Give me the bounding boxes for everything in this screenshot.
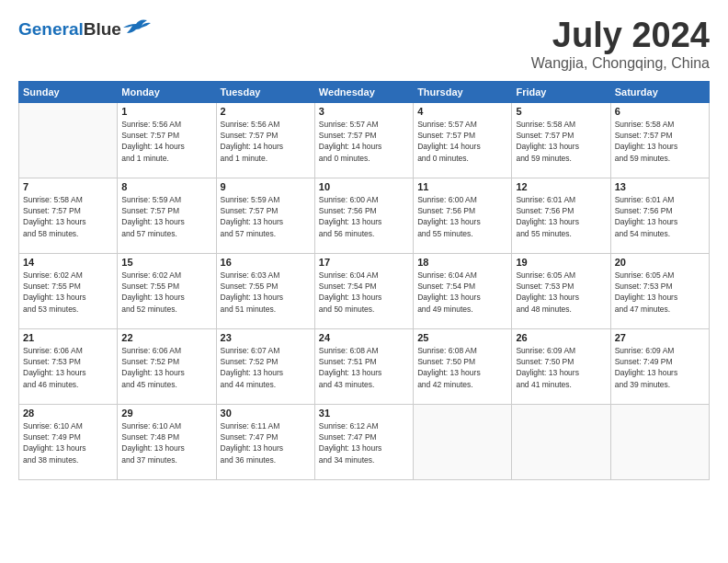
calendar-cell: 13Sunrise: 6:01 AM Sunset: 7:56 PM Dayli… (610, 178, 709, 253)
day-number: 3 (319, 106, 409, 117)
calendar-cell: 20Sunrise: 6:05 AM Sunset: 7:53 PM Dayli… (610, 253, 709, 328)
weekday-saturday: Saturday (610, 81, 709, 102)
day-number: 1 (121, 106, 211, 117)
weekday-thursday: Thursday (414, 81, 512, 102)
day-number: 7 (23, 181, 113, 192)
day-number: 23 (221, 332, 311, 343)
calendar-cell: 12Sunrise: 6:01 AM Sunset: 7:56 PM Dayli… (512, 178, 610, 253)
day-info: Sunrise: 6:09 AM Sunset: 7:49 PM Dayligh… (615, 345, 705, 390)
day-number: 30 (221, 408, 311, 419)
day-number: 24 (319, 332, 409, 343)
calendar-cell: 15Sunrise: 6:02 AM Sunset: 7:55 PM Dayli… (118, 253, 216, 328)
day-info: Sunrise: 6:05 AM Sunset: 7:53 PM Dayligh… (615, 270, 705, 315)
day-number: 31 (319, 408, 409, 419)
weekday-tuesday: Tuesday (216, 81, 314, 102)
calendar-cell: 4Sunrise: 5:57 AM Sunset: 7:57 PM Daylig… (414, 102, 512, 178)
calendar-cell (610, 404, 709, 479)
day-number: 13 (615, 181, 705, 192)
day-info: Sunrise: 5:57 AM Sunset: 7:57 PM Dayligh… (319, 119, 409, 164)
day-number: 26 (516, 332, 606, 343)
day-info: Sunrise: 6:11 AM Sunset: 7:47 PM Dayligh… (221, 420, 311, 465)
calendar-cell: 19Sunrise: 6:05 AM Sunset: 7:53 PM Dayli… (512, 253, 610, 328)
day-info: Sunrise: 6:00 AM Sunset: 7:56 PM Dayligh… (417, 194, 507, 239)
day-info: Sunrise: 6:05 AM Sunset: 7:53 PM Dayligh… (516, 270, 606, 315)
calendar-cell: 3Sunrise: 5:57 AM Sunset: 7:57 PM Daylig… (314, 102, 413, 178)
day-number: 18 (417, 257, 507, 268)
day-info: Sunrise: 6:02 AM Sunset: 7:55 PM Dayligh… (121, 270, 211, 315)
day-number: 10 (319, 181, 409, 192)
calendar-cell (19, 102, 118, 178)
day-info: Sunrise: 6:03 AM Sunset: 7:55 PM Dayligh… (221, 270, 311, 315)
logo: GeneralBlue (18, 17, 151, 40)
day-number: 17 (319, 257, 409, 268)
calendar-cell: 21Sunrise: 6:06 AM Sunset: 7:53 PM Dayli… (19, 328, 118, 404)
calendar-week-3: 14Sunrise: 6:02 AM Sunset: 7:55 PM Dayli… (19, 253, 710, 328)
logo-text: GeneralBlue (18, 20, 121, 38)
calendar-week-5: 28Sunrise: 6:10 AM Sunset: 7:49 PM Dayli… (19, 404, 710, 479)
calendar-cell: 16Sunrise: 6:03 AM Sunset: 7:55 PM Dayli… (216, 253, 314, 328)
day-number: 5 (516, 106, 606, 117)
weekday-friday: Friday (512, 81, 610, 102)
day-info: Sunrise: 5:58 AM Sunset: 7:57 PM Dayligh… (23, 194, 113, 239)
location: Wangjia, Chongqing, China (531, 55, 710, 72)
day-info: Sunrise: 6:04 AM Sunset: 7:54 PM Dayligh… (319, 270, 409, 315)
calendar-cell: 25Sunrise: 6:08 AM Sunset: 7:50 PM Dayli… (414, 328, 512, 404)
calendar-cell: 31Sunrise: 6:12 AM Sunset: 7:47 PM Dayli… (314, 404, 413, 479)
day-info: Sunrise: 6:10 AM Sunset: 7:48 PM Dayligh… (121, 420, 211, 465)
day-info: Sunrise: 6:00 AM Sunset: 7:56 PM Dayligh… (319, 194, 409, 239)
day-number: 14 (23, 257, 113, 268)
day-info: Sunrise: 6:02 AM Sunset: 7:55 PM Dayligh… (23, 270, 113, 315)
day-info: Sunrise: 6:06 AM Sunset: 7:53 PM Dayligh… (23, 345, 113, 390)
day-number: 2 (221, 106, 311, 117)
day-info: Sunrise: 6:06 AM Sunset: 7:52 PM Dayligh… (121, 345, 211, 390)
calendar-cell: 5Sunrise: 5:58 AM Sunset: 7:57 PM Daylig… (512, 102, 610, 178)
day-info: Sunrise: 6:08 AM Sunset: 7:50 PM Dayligh… (417, 345, 507, 390)
day-info: Sunrise: 5:56 AM Sunset: 7:57 PM Dayligh… (121, 119, 211, 164)
calendar-page: GeneralBlue July 2024 Wangjia, Chongqing… (0, 0, 728, 563)
title-block: July 2024 Wangjia, Chongqing, China (531, 17, 710, 72)
calendar-cell: 1Sunrise: 5:56 AM Sunset: 7:57 PM Daylig… (118, 102, 216, 178)
weekday-header-row: SundayMondayTuesdayWednesdayThursdayFrid… (19, 81, 710, 102)
calendar-cell (512, 404, 610, 479)
calendar-cell: 30Sunrise: 6:11 AM Sunset: 7:47 PM Dayli… (216, 404, 314, 479)
calendar-cell: 10Sunrise: 6:00 AM Sunset: 7:56 PM Dayli… (314, 178, 413, 253)
day-info: Sunrise: 6:09 AM Sunset: 7:50 PM Dayligh… (516, 345, 606, 390)
day-number: 12 (516, 181, 606, 192)
day-number: 16 (221, 257, 311, 268)
day-info: Sunrise: 6:12 AM Sunset: 7:47 PM Dayligh… (319, 420, 409, 465)
logo-bird-icon (123, 17, 151, 37)
day-number: 4 (417, 106, 507, 117)
day-info: Sunrise: 6:10 AM Sunset: 7:49 PM Dayligh… (23, 420, 113, 465)
calendar-cell: 11Sunrise: 6:00 AM Sunset: 7:56 PM Dayli… (414, 178, 512, 253)
calendar-cell: 8Sunrise: 5:59 AM Sunset: 7:57 PM Daylig… (118, 178, 216, 253)
month-title: July 2024 (531, 17, 710, 55)
weekday-wednesday: Wednesday (314, 81, 413, 102)
day-info: Sunrise: 5:58 AM Sunset: 7:57 PM Dayligh… (615, 119, 705, 164)
day-info: Sunrise: 6:07 AM Sunset: 7:52 PM Dayligh… (221, 345, 311, 390)
day-info: Sunrise: 6:01 AM Sunset: 7:56 PM Dayligh… (516, 194, 606, 239)
weekday-monday: Monday (118, 81, 216, 102)
day-info: Sunrise: 5:58 AM Sunset: 7:57 PM Dayligh… (516, 119, 606, 164)
calendar-cell: 24Sunrise: 6:08 AM Sunset: 7:51 PM Dayli… (314, 328, 413, 404)
day-number: 21 (23, 332, 113, 343)
calendar-cell: 7Sunrise: 5:58 AM Sunset: 7:57 PM Daylig… (19, 178, 118, 253)
calendar-week-2: 7Sunrise: 5:58 AM Sunset: 7:57 PM Daylig… (19, 178, 710, 253)
day-number: 27 (615, 332, 705, 343)
calendar-table: SundayMondayTuesdayWednesdayThursdayFrid… (18, 81, 710, 480)
calendar-cell: 22Sunrise: 6:06 AM Sunset: 7:52 PM Dayli… (118, 328, 216, 404)
day-number: 22 (121, 332, 211, 343)
calendar-cell: 17Sunrise: 6:04 AM Sunset: 7:54 PM Dayli… (314, 253, 413, 328)
calendar-cell: 18Sunrise: 6:04 AM Sunset: 7:54 PM Dayli… (414, 253, 512, 328)
day-number: 8 (121, 181, 211, 192)
calendar-cell: 2Sunrise: 5:56 AM Sunset: 7:57 PM Daylig… (216, 102, 314, 178)
calendar-cell: 29Sunrise: 6:10 AM Sunset: 7:48 PM Dayli… (118, 404, 216, 479)
day-number: 15 (121, 257, 211, 268)
calendar-cell: 9Sunrise: 5:59 AM Sunset: 7:57 PM Daylig… (216, 178, 314, 253)
day-number: 9 (221, 181, 311, 192)
day-info: Sunrise: 5:59 AM Sunset: 7:57 PM Dayligh… (121, 194, 211, 239)
day-info: Sunrise: 6:01 AM Sunset: 7:56 PM Dayligh… (615, 194, 705, 239)
calendar-cell: 28Sunrise: 6:10 AM Sunset: 7:49 PM Dayli… (19, 404, 118, 479)
day-info: Sunrise: 5:57 AM Sunset: 7:57 PM Dayligh… (417, 119, 507, 164)
calendar-cell: 14Sunrise: 6:02 AM Sunset: 7:55 PM Dayli… (19, 253, 118, 328)
day-number: 19 (516, 257, 606, 268)
